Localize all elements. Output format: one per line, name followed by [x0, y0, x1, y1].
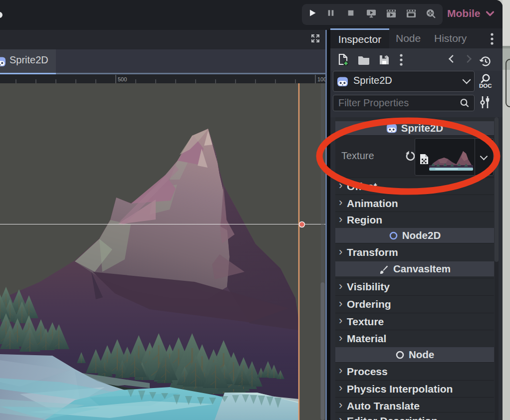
- svg-text:500: 500: [118, 76, 127, 82]
- svg-text:DOC: DOC: [479, 83, 492, 89]
- svg-text:1000: 1000: [317, 76, 326, 82]
